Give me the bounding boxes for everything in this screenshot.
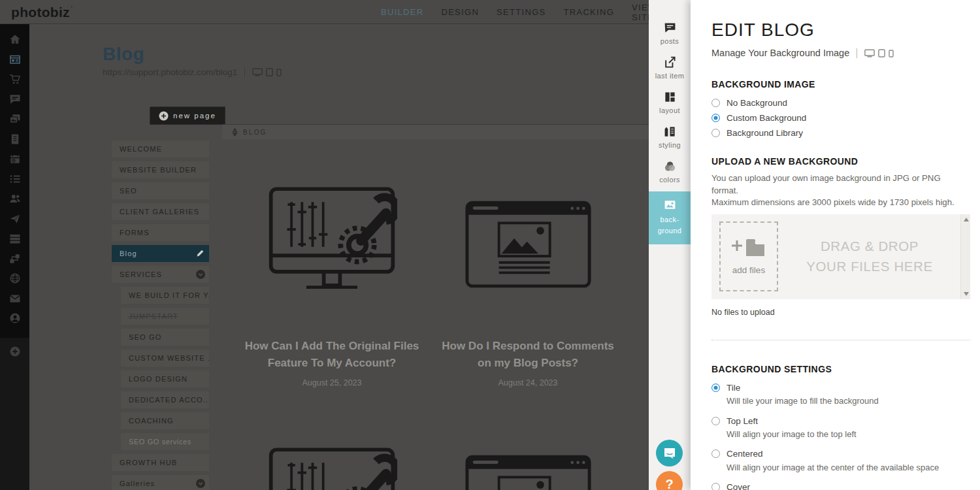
upload-dropzone[interactable]: add files DRAG & DROP YOUR FILES HERE <box>711 214 970 299</box>
tool-colors[interactable]: colors <box>649 155 691 189</box>
blog-post: How Can I Add The Original Files Feature… <box>234 152 430 387</box>
radio-button[interactable] <box>711 114 720 122</box>
page-list-item[interactable]: Galleries <box>112 475 209 490</box>
dropzone-hint: DRAG & DROP YOUR FILES HERE <box>779 214 960 299</box>
invoices-icon[interactable] <box>9 133 21 145</box>
site-preview: BLOG How Can I Add The Original Files Fe… <box>222 124 649 490</box>
page-list-item[interactable]: WE BUILD IT FOR Y... <box>121 287 209 304</box>
page-list-item[interactable]: CLIENT GALLERIES <box>112 203 209 220</box>
home-icon[interactable] <box>9 33 21 45</box>
store-cart-icon[interactable] <box>9 73 21 85</box>
phone-icon[interactable] <box>276 69 282 76</box>
radio-button[interactable] <box>711 99 720 107</box>
radio-label: Cover <box>727 482 750 490</box>
blog-section-bar[interactable]: BLOG <box>222 124 649 139</box>
photobiz-logo[interactable]: photobiz˙ <box>11 0 73 24</box>
chat-bubble-icon <box>663 448 676 459</box>
chat-button[interactable] <box>656 440 683 466</box>
chevron-down-icon[interactable] <box>196 479 205 488</box>
page-list-label: SEO GO services <box>129 438 191 446</box>
desktop-icon[interactable] <box>864 49 875 57</box>
divider <box>857 48 857 58</box>
domains-globe-icon[interactable] <box>9 272 21 284</box>
phone-icon[interactable] <box>889 50 894 57</box>
page-list-item[interactable]: LOGO DESIGN <box>121 370 209 387</box>
page-list-item[interactable]: SERVICES <box>112 266 209 283</box>
blog-posts-row-partial <box>234 446 626 490</box>
page-list-item[interactable]: Blog <box>112 245 209 262</box>
post-title[interactable]: How Can I Add The Original Files Feature… <box>240 338 423 372</box>
post-title[interactable]: How Do I Respond to Comments on my Blog … <box>436 338 619 372</box>
tool-posts[interactable]: posts <box>649 16 691 51</box>
page-list-label: SEO GO <box>129 333 162 341</box>
page-list-item[interactable]: FORMS <box>112 224 209 241</box>
tool-last-item[interactable]: last item <box>649 51 691 86</box>
page-list-label: JUMPSTART <box>129 312 178 320</box>
nav-builder[interactable]: BUILDER <box>381 7 423 17</box>
blog-post: How Do I Respond to Comments on my Blog … <box>430 152 626 387</box>
page-list-item[interactable]: WEBSITE BUILDER <box>112 161 209 178</box>
mail-icon[interactable] <box>9 293 21 304</box>
setting-option-row[interactable]: Tile <box>711 382 970 393</box>
add-new-icon[interactable] <box>9 346 21 357</box>
background-settings-heading: BACKGROUND SETTINGS <box>711 364 970 374</box>
tablet-icon[interactable] <box>266 68 273 76</box>
scroll-up-arrow-icon[interactable] <box>964 218 969 221</box>
background-image-option[interactable]: Custom Background <box>711 112 970 123</box>
scroll-down-arrow-icon[interactable] <box>964 292 969 296</box>
radio-button[interactable] <box>711 483 720 490</box>
page-list-label: SEO <box>120 187 137 195</box>
pencil-edit-icon[interactable] <box>196 249 204 257</box>
integrations-icon[interactable] <box>9 253 21 265</box>
page-list-item[interactable]: SEO GO services <box>121 433 209 450</box>
page-list-label: CLIENT GALLERIES <box>120 208 199 216</box>
account-icon[interactable] <box>9 312 21 324</box>
setting-option-row[interactable]: Centered <box>711 449 970 459</box>
top-bar: photobiz˙ BUILDER DESIGN SETTINGS TRACKI… <box>0 0 649 24</box>
radio-button[interactable] <box>711 417 720 425</box>
setting-option-row[interactable]: Top Left <box>711 416 970 426</box>
page-list-item[interactable]: SEO GO <box>121 329 209 346</box>
tablet-icon[interactable] <box>878 49 885 57</box>
page-list-item[interactable]: DEDICATED ACCO... <box>121 391 209 408</box>
desktop-icon[interactable] <box>252 68 263 76</box>
background-image-option[interactable]: Background Library <box>711 127 970 138</box>
divider <box>244 68 245 77</box>
nav-settings[interactable]: SETTINGS <box>497 7 546 17</box>
nav-tracking[interactable]: TRACKING <box>564 7 615 17</box>
lists-icon[interactable] <box>9 173 21 185</box>
website-builder-icon[interactable] <box>9 54 21 65</box>
post-illustration-box <box>267 152 397 336</box>
background-image-option[interactable]: No Background <box>711 97 970 108</box>
new-page-button[interactable]: new page <box>150 106 225 125</box>
monitor-tools-illustration <box>267 186 397 303</box>
comments-icon[interactable] <box>9 93 21 105</box>
page-list-label: FORMS <box>120 229 150 237</box>
scheduler-icon[interactable] <box>9 153 21 165</box>
nav-design[interactable]: DESIGN <box>441 7 479 17</box>
page-list-item[interactable]: CUSTOM WEBSITE ... <box>121 350 209 367</box>
tool-layout[interactable]: layout <box>649 86 691 120</box>
page-list-item[interactable]: WELCOME <box>112 140 209 157</box>
radio-button[interactable] <box>711 384 720 392</box>
page-list-item[interactable]: JUMPSTART <box>121 308 209 325</box>
background-settings-options: Tile Will tile your image to fill the ba… <box>711 382 970 490</box>
page-list-item[interactable]: GROWTH HUB <box>112 454 209 471</box>
dropzone-scrollbar[interactable] <box>960 214 970 299</box>
chevron-down-icon[interactable] <box>196 270 205 279</box>
galleries-icon[interactable] <box>9 113 21 125</box>
page-list-item[interactable]: COACHING <box>121 412 209 429</box>
edit-tools-strip: posts last item layout styling colors ba… <box>649 0 691 490</box>
marketing-send-icon[interactable] <box>9 213 21 225</box>
tool-background[interactable]: back-ground <box>649 191 691 244</box>
tool-styling[interactable]: styling <box>649 120 691 155</box>
clients-icon[interactable] <box>9 193 21 204</box>
setting-option-row[interactable]: Cover <box>711 482 970 490</box>
radio-button[interactable] <box>711 129 720 137</box>
files-drawer-icon[interactable] <box>9 233 21 244</box>
panel-subtitle: Manage Your Background Image <box>711 48 849 58</box>
drag-handle-icon[interactable] <box>231 128 238 137</box>
radio-button[interactable] <box>711 449 720 458</box>
page-list-item[interactable]: SEO <box>112 182 209 199</box>
add-files-button[interactable]: add files <box>719 221 778 291</box>
